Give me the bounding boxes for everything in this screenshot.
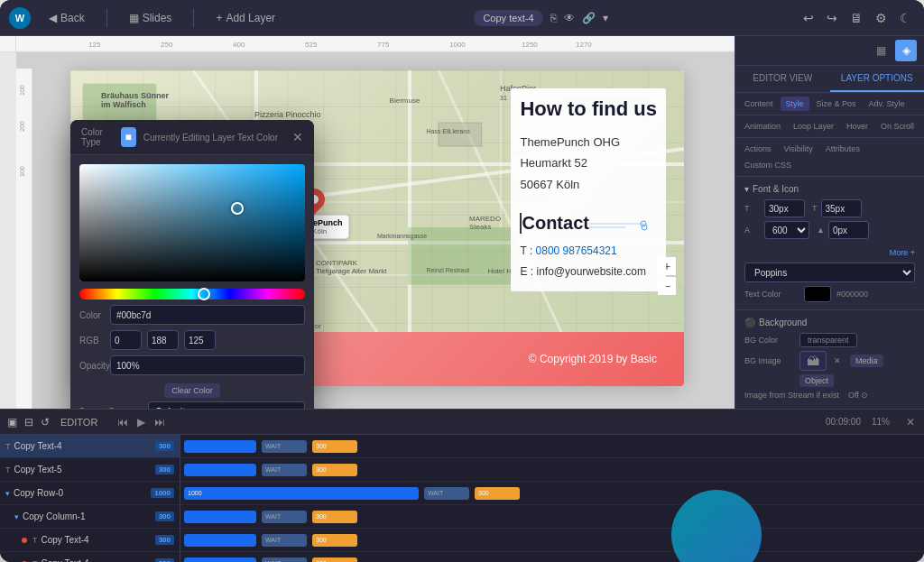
tl-bar-1-main[interactable] [184, 464, 256, 476]
track-row-3[interactable]: ▾ Copy Column-1 300 [0, 505, 180, 529]
action-tabs: Actions Visibility Attributes Custom CSS [735, 138, 924, 177]
phone-line: T : 0800 987654321 [520, 241, 657, 262]
tl-bar-5-wait[interactable]: WAIT [262, 557, 307, 563]
cp-header: Color Type ■ Currently Editing Layer Tex… [70, 120, 314, 155]
bg-image-x[interactable]: ✕ [834, 356, 841, 365]
tl-bar-0-wait[interactable]: WAIT [262, 440, 307, 453]
svg-text:200: 200 [19, 121, 25, 132]
tl-bar-3-wait[interactable]: WAIT [262, 511, 307, 523]
timeline-toolbar: ▣ ⊟ ↺ EDITOR ⏮ ▶ ⏭ 00:09:00 11% ✕ [0, 410, 924, 435]
wp-icon[interactable]: W [9, 7, 31, 29]
font-offset-input[interactable] [828, 221, 869, 239]
tl-play-button[interactable]: ▶ [135, 414, 147, 430]
background-section: ⚫ Background BG Color transparent BG Ima… [735, 310, 924, 409]
tl-bar-1-wait[interactable]: WAIT [262, 464, 307, 476]
tab-content[interactable]: Content [739, 97, 779, 111]
cp-green-input[interactable] [147, 330, 179, 350]
tab-loop-layer[interactable]: Loop Layer [788, 119, 839, 134]
cp-preset-group-select[interactable]: Defaults [148, 401, 305, 409]
font-size-input-2[interactable] [821, 199, 862, 217]
font-family-select[interactable]: Poppins [744, 263, 915, 282]
theme-icon[interactable]: ☾ [896, 7, 915, 29]
phone-link[interactable]: 0800 987654321 [536, 244, 617, 257]
email-line: E : info@yourwebsite.com [520, 262, 657, 282]
settings-icon[interactable]: ⚙ [872, 7, 891, 29]
copy-icon[interactable]: ⎘ [550, 12, 557, 24]
tab-adv-style[interactable]: Adv. Style [864, 97, 910, 111]
rp-grid-icon[interactable]: ▦ [870, 40, 892, 61]
cp-clear-button[interactable]: Clear Color [164, 383, 220, 398]
cp-hue-thumb [198, 288, 210, 300]
track-row-1[interactable]: T Copy Text-5 300 [0, 458, 180, 482]
font-weight-select[interactable]: 600 [764, 221, 809, 239]
tl-bar-3-main[interactable] [184, 511, 256, 523]
chevron-down-icon[interactable]: ▾ [603, 12, 608, 24]
map-text-pizza: Pizzeria Pinocchio [254, 110, 321, 119]
redo-icon[interactable]: ↪ [823, 7, 841, 29]
timeline-bars: WAIT 300 WAIT 300 [180, 435, 924, 562]
slides-button[interactable]: ▦ Slides [122, 8, 180, 28]
tab-on-scroll[interactable]: On Scroll [875, 119, 919, 134]
tl-bar-0-orange[interactable]: 300 [312, 440, 357, 453]
tab-hover[interactable]: Hover [841, 119, 873, 134]
tab-custom-css[interactable]: Custom CSS [739, 158, 797, 172]
track-text-icon-1: T [5, 465, 11, 474]
tl-bar-4-main[interactable] [184, 534, 256, 547]
track-expand-icon-3: ▾ [14, 512, 19, 521]
bg-color-row: BG Color transparent [744, 333, 915, 347]
cp-type-icon[interactable]: ■ [121, 127, 136, 147]
track-row-2[interactable]: ▾ Copy Row-0 1000 [0, 482, 180, 505]
content-title: How to find us [520, 97, 657, 121]
tl-bar-3-orange[interactable]: 300 [312, 511, 357, 523]
font-size-input-1[interactable] [764, 199, 805, 217]
back-button[interactable]: ◀ Back [42, 8, 92, 28]
text-color-swatch[interactable] [804, 286, 831, 302]
media-button[interactable]: Media [850, 355, 883, 367]
tl-bar-5-main[interactable] [184, 557, 256, 563]
tl-close-button[interactable]: ✕ [904, 414, 917, 430]
cp-blue-input[interactable] [184, 330, 216, 350]
cp-close-button[interactable]: ✕ [292, 130, 303, 144]
tl-bar-2-orange[interactable]: 300 [475, 487, 520, 500]
tab-size-pos[interactable]: Size & Pos [811, 97, 862, 111]
tab-visibility[interactable]: Visibility [779, 142, 818, 156]
tl-bar-4-orange[interactable]: 300 [312, 534, 357, 547]
tl-bar-1-orange[interactable]: 300 [312, 464, 357, 476]
cp-opacity-input[interactable] [110, 355, 305, 375]
cp-hex-input[interactable] [110, 305, 305, 325]
tl-bar-5-orange[interactable]: 300 [312, 557, 357, 563]
tab-animation[interactable]: Animation [739, 119, 786, 134]
undo-icon[interactable]: ↩ [799, 7, 818, 29]
track-text-icon-5: T [32, 559, 38, 563]
add-layer-icon: + [216, 12, 222, 24]
track-row-0[interactable]: T Copy Text-4 300 [0, 435, 180, 458]
cp-red-input[interactable] [110, 330, 142, 350]
monitor-icon[interactable]: 🖥 [846, 7, 866, 29]
tl-skip-back[interactable]: ⏮ [116, 414, 130, 430]
tl-refresh-icon[interactable]: ↺ [41, 416, 50, 428]
add-layer-button[interactable]: + Add Layer [208, 8, 282, 28]
rp-blue-icon[interactable]: ◈ [895, 40, 917, 61]
track-row-4[interactable]: T Copy Text-4 300 [0, 529, 180, 552]
cp-gradient-picker[interactable] [79, 164, 305, 281]
tab-actions[interactable]: Actions [739, 142, 777, 156]
track-badge-0: 300 [155, 441, 174, 451]
tl-bar-row-4: WAIT 300 [180, 529, 924, 552]
cp-title-section: Color Type ■ [81, 127, 136, 147]
cp-hue-bar[interactable] [79, 289, 305, 299]
contact-section: Contact T : 0800 987654321 E : info@your… [520, 213, 657, 282]
link-icon[interactable]: 🔗 [582, 12, 596, 24]
object-button[interactable]: Object [799, 374, 834, 387]
tab-editor-view[interactable]: EDITOR VIEW [735, 66, 830, 92]
more-button[interactable]: More + [890, 248, 915, 257]
tl-bar-2-main[interactable]: 1000 [184, 487, 419, 500]
tab-layer-options[interactable]: LAYER OPTIONS [830, 66, 925, 92]
tl-bar-0-main[interactable] [184, 440, 256, 453]
tl-bar-4-wait[interactable]: WAIT [262, 534, 307, 547]
tl-skip-fwd[interactable]: ⏭ [152, 414, 167, 430]
track-row-5[interactable]: T Copy Text-4 300 [0, 552, 180, 562]
tab-attributes[interactable]: Attributes [820, 142, 865, 156]
tab-style[interactable]: Style [781, 97, 809, 111]
tl-bar-2-wait[interactable]: WAIT [424, 487, 469, 500]
eye-icon[interactable]: 👁 [564, 12, 575, 24]
